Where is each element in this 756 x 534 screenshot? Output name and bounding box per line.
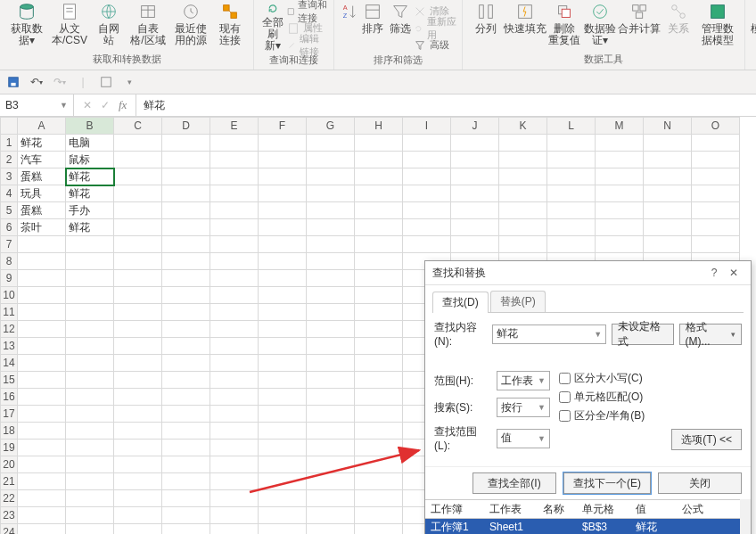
cell-C23[interactable]	[114, 507, 162, 524]
cell-O7[interactable]	[692, 236, 740, 253]
cell-B20[interactable]	[66, 456, 114, 473]
cell-C14[interactable]	[114, 355, 162, 372]
text-to-columns-button[interactable]: 分列	[468, 2, 504, 52]
cell-A4[interactable]: 玩具	[18, 185, 66, 202]
cell-A14[interactable]	[18, 355, 66, 372]
cell-E18[interactable]	[210, 423, 259, 440]
cell-A24[interactable]	[18, 524, 66, 535]
formula-input[interactable]: 鲜花	[136, 94, 756, 116]
cell-H9[interactable]	[355, 270, 403, 287]
cell-F9[interactable]	[259, 270, 307, 287]
row-header-14[interactable]: 14	[1, 355, 18, 372]
cell-B23[interactable]	[66, 507, 114, 524]
cell-M7[interactable]	[596, 236, 644, 253]
cell-D23[interactable]	[162, 507, 210, 524]
column-header-M[interactable]: M	[596, 118, 644, 135]
column-header-O[interactable]: O	[692, 118, 740, 135]
cell-J4[interactable]	[451, 185, 499, 202]
cell-E23[interactable]	[210, 507, 259, 524]
az-sort-button[interactable]: AZ	[340, 2, 359, 52]
save-button[interactable]	[5, 74, 21, 90]
column-header-B[interactable]: B	[66, 118, 114, 135]
cell-I2[interactable]	[403, 152, 451, 168]
row-header-6[interactable]: 6	[1, 219, 18, 236]
cell-M5[interactable]	[596, 202, 644, 219]
cell-A21[interactable]	[18, 473, 66, 490]
cell-J3[interactable]	[451, 168, 499, 185]
cell-G17[interactable]	[307, 406, 355, 423]
match-byte-checkbox[interactable]: 区分全/半角(B)	[559, 408, 742, 423]
cell-F24[interactable]	[259, 524, 307, 535]
cell-F23[interactable]	[259, 507, 307, 524]
close-button[interactable]: 关闭	[658, 472, 742, 494]
cell-C10[interactable]	[114, 287, 162, 304]
match-entire-cell-checkbox[interactable]: 单元格匹配(O)	[559, 390, 742, 405]
cell-B24[interactable]	[66, 524, 114, 535]
cell-B11[interactable]	[66, 304, 114, 321]
what-if-button[interactable]: ?模拟分析▾	[751, 2, 756, 52]
cell-B10[interactable]	[66, 287, 114, 304]
recent-sources-button[interactable]: 最近使用的源	[169, 2, 212, 52]
cell-A5[interactable]: 蛋糕	[18, 202, 66, 219]
cell-B16[interactable]	[66, 389, 114, 406]
options-button[interactable]: 选项(T) <<	[671, 429, 742, 450]
cell-D5[interactable]	[162, 202, 210, 219]
row-header-16[interactable]: 16	[1, 389, 18, 406]
cell-C2[interactable]	[114, 152, 162, 168]
cell-C12[interactable]	[114, 321, 162, 338]
cell-H8[interactable]	[355, 253, 403, 270]
cell-D10[interactable]	[162, 287, 210, 304]
cell-F20[interactable]	[259, 456, 307, 473]
cell-A18[interactable]	[18, 423, 66, 440]
filter-button[interactable]: 筛选	[387, 2, 415, 52]
row-header-24[interactable]: 24	[1, 524, 18, 535]
cell-H22[interactable]	[355, 490, 403, 507]
cell-D7[interactable]	[162, 236, 210, 253]
cell-A2[interactable]: 汽车	[18, 152, 66, 168]
dialog-titlebar[interactable]: 查找和替换 ? ✕	[425, 261, 751, 285]
cell-E2[interactable]	[210, 152, 259, 168]
cell-L2[interactable]	[547, 152, 596, 168]
column-header-K[interactable]: K	[499, 118, 547, 135]
cell-C21[interactable]	[114, 473, 162, 490]
cell-C1[interactable]	[114, 135, 162, 152]
cell-C18[interactable]	[114, 423, 162, 440]
cell-A15[interactable]	[18, 372, 66, 389]
cell-C7[interactable]	[114, 236, 162, 253]
undo-button[interactable]: ↶▾	[29, 74, 45, 90]
get-data-button[interactable]: 获取数据▾	[5, 2, 48, 52]
cell-M3[interactable]	[596, 168, 644, 185]
cell-A23[interactable]	[18, 507, 66, 524]
column-header-F[interactable]: F	[259, 118, 307, 135]
cell-B13[interactable]	[66, 338, 114, 355]
cell-G5[interactable]	[307, 202, 355, 219]
cell-F7[interactable]	[259, 236, 307, 253]
column-header-H[interactable]: H	[355, 118, 403, 135]
row-header-18[interactable]: 18	[1, 423, 18, 440]
cell-G21[interactable]	[307, 473, 355, 490]
cell-A3[interactable]: 蛋糕	[18, 168, 66, 185]
row-header-13[interactable]: 13	[1, 338, 18, 355]
cell-C15[interactable]	[114, 372, 162, 389]
row-header-12[interactable]: 12	[1, 321, 18, 338]
cell-H11[interactable]	[355, 304, 403, 321]
cell-B12[interactable]	[66, 321, 114, 338]
cell-G10[interactable]	[307, 287, 355, 304]
cell-L3[interactable]	[547, 168, 596, 185]
cell-J5[interactable]	[451, 202, 499, 219]
cell-E13[interactable]	[210, 338, 259, 355]
row-header-8[interactable]: 8	[1, 253, 18, 270]
tab-find[interactable]: 查找(D)	[432, 292, 489, 313]
cell-D19[interactable]	[162, 440, 210, 456]
cell-L7[interactable]	[547, 236, 596, 253]
refresh-all-button[interactable]: 全部刷新▾	[259, 2, 287, 52]
cell-F14[interactable]	[259, 355, 307, 372]
remove-duplicates-button[interactable]: 删除重复值	[546, 2, 582, 52]
cell-D16[interactable]	[162, 389, 210, 406]
row-header-21[interactable]: 21	[1, 473, 18, 490]
cell-D2[interactable]	[162, 152, 210, 168]
manage-data-model-button[interactable]: 管理数据模型	[696, 2, 739, 52]
cell-D14[interactable]	[162, 355, 210, 372]
cell-E5[interactable]	[210, 202, 259, 219]
cell-G19[interactable]	[307, 440, 355, 456]
